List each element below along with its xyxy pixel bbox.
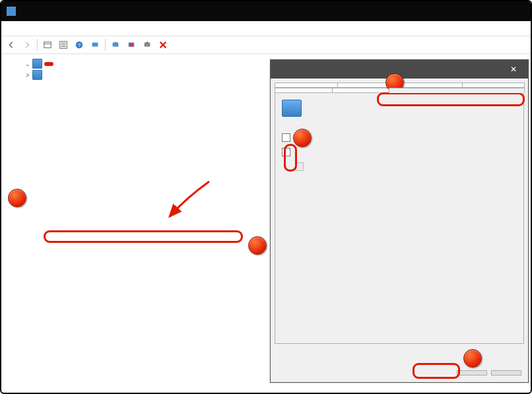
tab-details[interactable] — [462, 82, 525, 88]
checkbox-allow-off-row — [282, 133, 517, 142]
checkbox-wake-row — [282, 147, 517, 156]
badge-5 — [463, 349, 482, 368]
menu-file[interactable] — [5, 27, 13, 30]
dialog-buttons — [457, 370, 521, 376]
cancel-button[interactable] — [491, 370, 521, 376]
tab-resources[interactable] — [332, 88, 390, 93]
update-driver-button[interactable] — [108, 38, 123, 52]
maximize-button[interactable] — [470, 1, 498, 21]
remove-button[interactable] — [156, 38, 170, 52]
help-button[interactable]: ? — [72, 38, 86, 52]
svg-rect-9 — [113, 43, 119, 47]
tab-general[interactable] — [275, 82, 338, 88]
show-hidden-button[interactable] — [40, 38, 55, 52]
tab-strip — [271, 79, 528, 344]
disable-button[interactable] — [140, 38, 154, 52]
category-icon — [32, 70, 42, 80]
checkbox-magic-packet — [295, 162, 304, 171]
forward-button[interactable] — [20, 38, 34, 52]
app-icon — [7, 7, 16, 16]
svg-rect-8 — [92, 43, 98, 47]
tab-power-management[interactable] — [389, 88, 525, 93]
menubar — [1, 21, 531, 36]
collapse-icon[interactable]: ⌄ — [24, 61, 32, 67]
minimize-button[interactable] — [442, 1, 470, 21]
dialog-close-button[interactable]: ✕ — [504, 65, 523, 74]
titlebar — [1, 1, 531, 21]
badge-1 — [8, 189, 26, 207]
badge-2 — [248, 236, 267, 255]
device-header — [282, 100, 517, 117]
checkbox-magic-row — [282, 162, 517, 171]
uninstall-button[interactable] — [124, 38, 139, 52]
svg-text:?: ? — [78, 42, 81, 48]
svg-rect-13 — [145, 43, 150, 47]
ok-button[interactable] — [457, 370, 487, 376]
svg-rect-0 — [44, 42, 51, 48]
close-button[interactable] — [498, 1, 525, 21]
toolbar: ? — [1, 36, 531, 54]
properties-dialog: ✕ — [270, 59, 529, 383]
back-button[interactable] — [4, 38, 18, 52]
menu-view[interactable] — [34, 27, 42, 30]
scan-button[interactable] — [88, 38, 102, 52]
checkbox-allow-off[interactable] — [282, 133, 290, 142]
tab-events[interactable] — [275, 88, 333, 93]
badge-4 — [293, 129, 312, 147]
checkbox-wake[interactable] — [282, 148, 290, 156]
menu-action[interactable] — [20, 27, 28, 30]
expand-icon[interactable] — [24, 72, 32, 79]
category-icon — [32, 59, 42, 69]
tab-content — [275, 93, 524, 344]
properties-button[interactable] — [56, 38, 71, 52]
device-icon — [282, 100, 302, 117]
tab-driver[interactable] — [399, 82, 463, 88]
menu-help[interactable] — [49, 27, 57, 30]
